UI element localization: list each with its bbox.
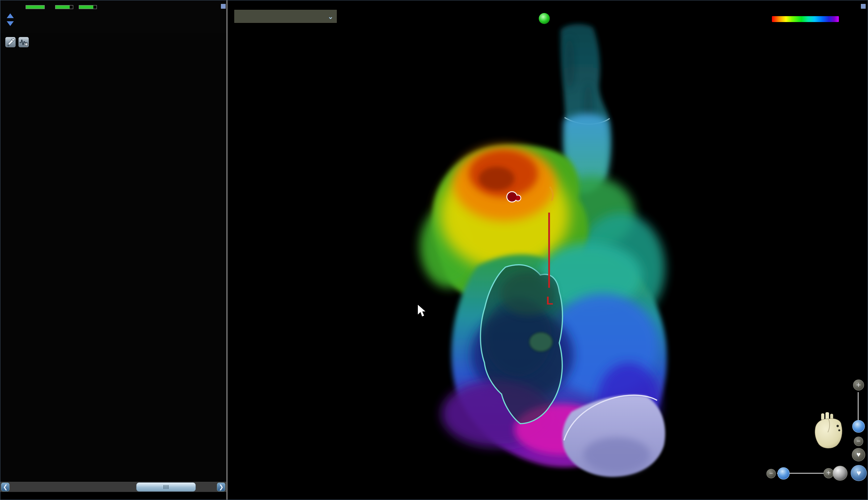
zoom-out-button[interactable]: −	[766, 469, 776, 478]
egm-trace-panel[interactable]: ❮ ❯	[0, 33, 226, 492]
map-viewport[interactable]: L ⌄	[228, 0, 868, 500]
scale-increase-button[interactable]: +	[853, 379, 864, 390]
signal-quality-bar	[55, 5, 73, 9]
signal-quality-bar	[79, 5, 97, 9]
annotation-tool-button[interactable]	[5, 37, 15, 47]
add-signal-button[interactable]	[19, 37, 29, 47]
lat-map-3d[interactable]: L	[228, 0, 868, 500]
chevron-down-icon: ⌄	[328, 10, 334, 23]
scale-slider-thumb[interactable]	[852, 420, 865, 433]
window-restore-icon[interactable]	[861, 4, 866, 9]
lat-colorbar[interactable]	[772, 16, 839, 22]
l-marker-label: L	[546, 294, 553, 307]
waveform-canvas[interactable]	[0, 33, 226, 482]
trace-horizontal-scrollbar[interactable]: ❮ ❯	[0, 482, 226, 492]
signal-quality-bar	[26, 5, 45, 9]
map-selector-dropdown[interactable]: ⌄	[234, 10, 337, 23]
scale-decrease-button[interactable]: −	[854, 436, 863, 446]
mouse-cursor-icon	[418, 304, 426, 317]
panel-restore-icon[interactable]	[221, 4, 226, 9]
fill-viewer-heart-button[interactable]: ♥	[852, 448, 865, 462]
heart-reference-model[interactable]	[810, 412, 847, 450]
zoom-in-button[interactable]: +	[823, 468, 834, 478]
panel-divider[interactable]	[226, 0, 228, 500]
auto-view-heart-button[interactable]: ♥	[851, 465, 867, 481]
reference-point-marker[interactable]	[539, 13, 550, 24]
scroll-thumb[interactable]	[136, 482, 196, 491]
measurement-header	[0, 0, 226, 33]
scroll-right-button[interactable]: ❯	[217, 483, 225, 491]
map-sphere-button[interactable]	[833, 466, 847, 481]
channel-scroll-arrows-icon[interactable]	[6, 13, 14, 27]
application-window: ❮ ❯	[0, 0, 868, 500]
scroll-left-button[interactable]: ❮	[1, 483, 10, 491]
catheter-projection-line	[548, 213, 550, 288]
zoom-slider-thumb[interactable]	[777, 467, 790, 479]
